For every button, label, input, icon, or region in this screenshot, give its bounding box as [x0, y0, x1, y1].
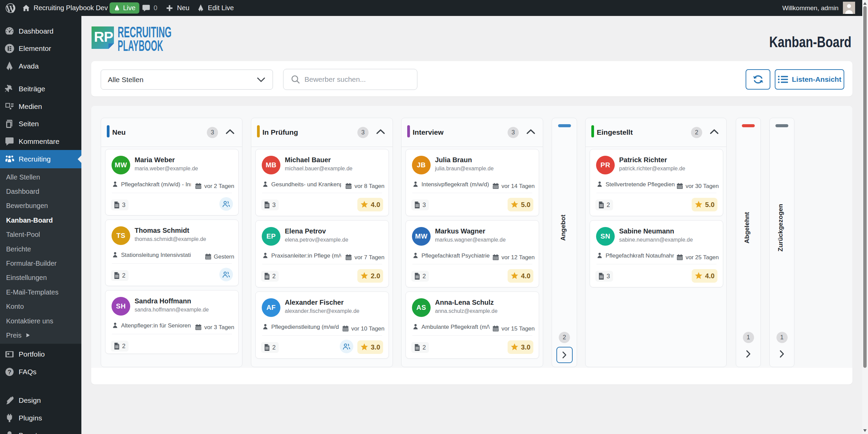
svg-text:?: ? [8, 369, 12, 376]
svg-text:RP: RP [94, 29, 113, 45]
svg-text:PLAYBOOK: PLAYBOOK [118, 37, 163, 53]
